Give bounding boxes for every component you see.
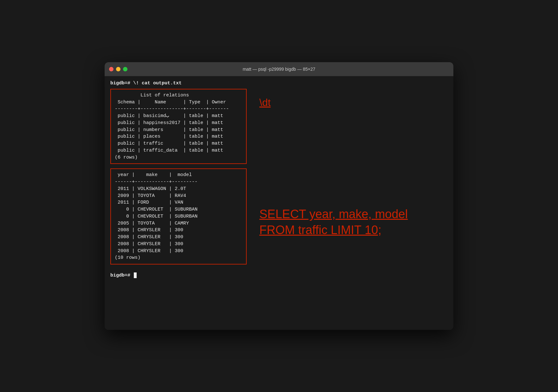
- traffic-table-box: year | make | model ------+------------+…: [110, 168, 247, 265]
- content-area-top: List of relations Schema | Name | Type |…: [110, 89, 448, 169]
- relations-table-box: List of relations Schema | Name | Type |…: [110, 89, 247, 164]
- bottom-prompt-text: bigdb=#: [110, 273, 133, 278]
- traffic-lights: [109, 67, 127, 71]
- query-annotation: SELECT year, make, model FROM traffic LI…: [259, 206, 448, 238]
- dt-annotation: \dt: [259, 95, 448, 110]
- titlebar: matt — psql -p29999 bigdb — 85×27: [105, 62, 453, 76]
- minimize-button[interactable]: [116, 67, 120, 71]
- prompt-line-1: bigdb=# \! cat output.txt: [110, 80, 448, 87]
- table1-container: List of relations Schema | Name | Type |…: [110, 89, 247, 169]
- terminal-body[interactable]: bigdb=# \! cat output.txt List of relati…: [105, 76, 453, 330]
- cursor-block: [134, 272, 137, 278]
- bottom-prompt-line: bigdb=#: [110, 272, 448, 279]
- query-line2: FROM traffic LIMIT 10;: [259, 223, 381, 237]
- annotation-dt-area: \dt: [247, 89, 448, 169]
- maximize-button[interactable]: [123, 67, 127, 71]
- table2-content: year | make | model ------+------------+…: [115, 172, 242, 261]
- close-button[interactable]: [109, 67, 114, 71]
- window-title: matt — psql -p29999 bigdb — 85×27: [243, 67, 315, 72]
- table2-container: year | make | model ------+------------+…: [110, 168, 247, 269]
- table1-title: List of relations Schema | Name | Type |…: [115, 92, 242, 161]
- query-line1: SELECT year, make, model: [259, 207, 408, 221]
- annotation-query-area: SELECT year, make, model FROM traffic LI…: [247, 168, 448, 269]
- terminal-window: matt — psql -p29999 bigdb — 85×27 bigdb=…: [105, 62, 453, 330]
- content-area-bottom: year | make | model ------+------------+…: [110, 168, 448, 269]
